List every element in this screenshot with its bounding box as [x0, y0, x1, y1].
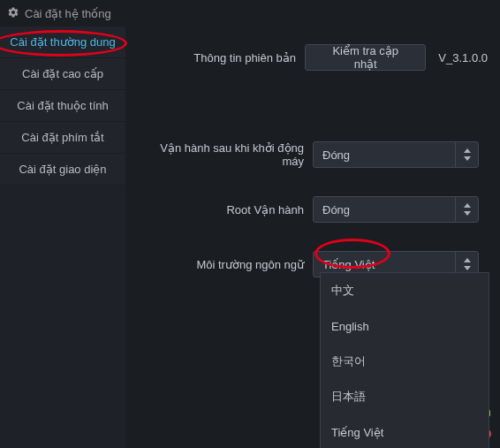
chevron-updown-icon: [455, 197, 478, 222]
select-value: Đóng: [314, 148, 455, 162]
autostart-select[interactable]: Đóng: [313, 141, 479, 168]
root-label: Root Vận hành: [136, 203, 313, 216]
sidebar-item-label: Cài đặt giao diện: [19, 163, 106, 176]
sidebar-item-common[interactable]: Cài đặt thường dung: [0, 27, 125, 58]
dropdown-item[interactable]: 한국어: [321, 344, 489, 379]
sidebar-item-label: Cài đặt thường dung: [10, 35, 115, 49]
dropdown-item[interactable]: 日本語: [321, 379, 489, 414]
dropdown-item[interactable]: English: [321, 308, 489, 344]
sidebar-item-label: Cài đặt cao cấp: [22, 67, 103, 80]
version-text: V_3.1.0.0: [438, 51, 488, 65]
check-update-button[interactable]: Kiểm tra cập nhật: [305, 44, 426, 71]
sidebar: Cài đặt thường dung Cài đặt cao cấp Cài …: [0, 27, 125, 448]
sidebar-item-properties[interactable]: Cài đặt thuộc tính: [0, 90, 125, 122]
dropdown-item[interactable]: 中文: [321, 273, 489, 308]
sidebar-item-interface[interactable]: Cài đặt giao diện: [0, 154, 125, 186]
window-title: Cài đặt hệ thống: [25, 7, 111, 20]
select-value: Tiếng Việt: [314, 258, 455, 271]
sidebar-item-shortcut[interactable]: Cài đặt phím tắt: [0, 122, 125, 154]
chevron-updown-icon: [455, 142, 478, 167]
sidebar-item-advanced[interactable]: Cài đặt cao cấp: [0, 58, 125, 90]
language-dropdown: 中文 English 한국어 日本語 Tiếng Việt: [320, 272, 489, 448]
language-label: Môi trường ngôn ngữ: [136, 258, 313, 271]
titlebar: Cài đặt hệ thống: [0, 0, 500, 27]
sidebar-item-label: Cài đặt phím tắt: [21, 131, 103, 144]
dropdown-item[interactable]: Tiếng Việt: [321, 414, 489, 448]
sidebar-item-label: Cài đặt thuộc tính: [17, 99, 108, 112]
version-info-label: Thông tin phiên bản: [136, 51, 305, 65]
select-value: Đóng: [314, 203, 455, 216]
gear-icon: [7, 6, 19, 21]
autostart-label: Vận hành sau khi khởi động máy: [136, 141, 313, 168]
root-select[interactable]: Đóng: [313, 196, 479, 223]
